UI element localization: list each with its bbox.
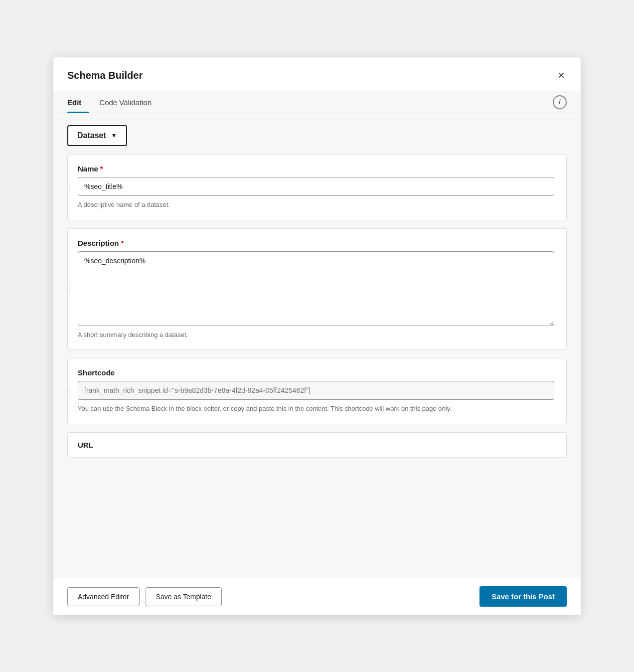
fields-container: ⋮ Name * A descriptive name of a dataset… [67, 154, 567, 458]
url-label: URL [78, 441, 554, 449]
description-label: Description * [78, 239, 554, 247]
save-post-button[interactable]: Save for this Post [479, 586, 567, 607]
modal-footer: Advanced Editor Save as Template Save fo… [53, 578, 581, 615]
modal-header: Schema Builder × [53, 57, 581, 91]
schema-builder-modal: Schema Builder × Edit Code Validation i … [53, 57, 581, 615]
shortcode-label: Shortcode [78, 368, 554, 377]
modal-body: Dataset ▼ ⋮ Name * A descriptive name of… [53, 113, 581, 578]
name-field-group: ⋮ Name * A descriptive name of a dataset… [67, 154, 567, 220]
close-button[interactable]: × [556, 67, 567, 83]
tab-code-validation[interactable]: Code Validation [99, 91, 159, 113]
tabs-bar: Edit Code Validation i [53, 91, 581, 113]
info-icon: i [553, 95, 567, 109]
description-required-star: * [121, 239, 124, 247]
drag-handle: ⋮ [68, 358, 72, 424]
shortcode-hint: You can use the Schema Block in the bloc… [78, 404, 554, 414]
tab-info-button[interactable]: i [553, 95, 567, 109]
name-hint: A descriptive name of a dataset. [78, 200, 554, 210]
schema-type-label: Dataset [77, 131, 106, 140]
schema-type-button[interactable]: Dataset ▼ [67, 125, 127, 146]
url-field-group: URL [67, 432, 567, 458]
drag-handle: ⋮ [68, 155, 72, 220]
drag-handle: ⋮ [68, 229, 72, 350]
shortcode-field-group: ⋮ Shortcode You can use the Schema Block… [67, 358, 567, 424]
save-template-button[interactable]: Save as Template [146, 587, 222, 606]
description-textarea[interactable] [78, 251, 554, 326]
description-hint: A short summary describing a dataset. [78, 330, 554, 340]
tab-edit[interactable]: Edit [67, 91, 89, 113]
name-required-star: * [100, 165, 103, 173]
shortcode-input[interactable] [78, 381, 554, 400]
name-label: Name * [78, 165, 554, 173]
advanced-editor-button[interactable]: Advanced Editor [67, 587, 140, 606]
modal-title: Schema Builder [67, 70, 143, 81]
chevron-down-icon: ▼ [111, 132, 117, 139]
name-input[interactable] [78, 177, 554, 196]
description-field-group: ⋮ Description * A short summary describi… [67, 228, 567, 350]
